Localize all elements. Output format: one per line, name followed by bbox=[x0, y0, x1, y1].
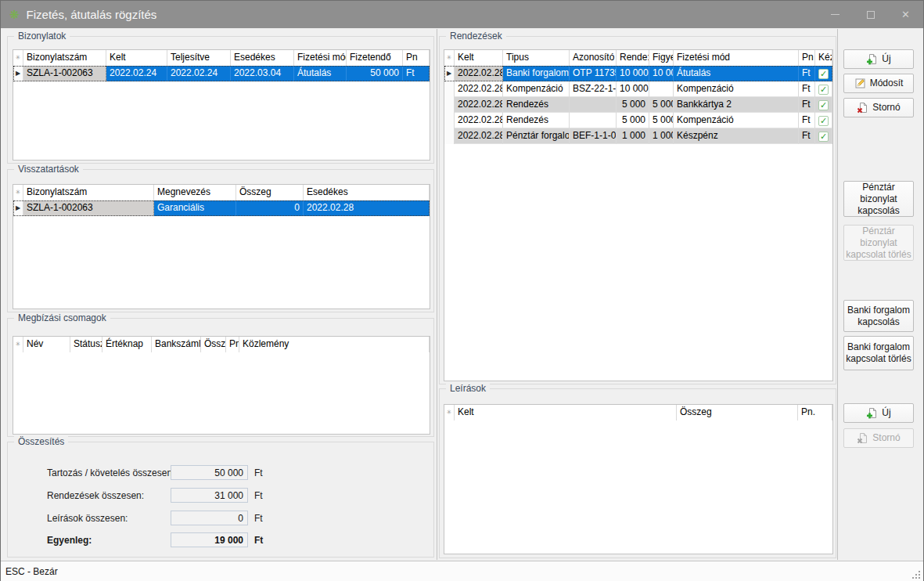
column-header-azonosito[interactable]: Azonosító bbox=[570, 50, 617, 66]
cell-kezi[interactable]: ✓ bbox=[815, 66, 832, 81]
penztar-bizonylat-kapcsolas-button[interactable]: Pénztár bizonylat kapcsolás bbox=[843, 181, 914, 217]
cell-bizonylatszam[interactable]: SZLA-1-002063 bbox=[23, 66, 106, 81]
bizonylatok-row[interactable]: ▶ SZLA-1-002063 2022.02.24 2022.02.24 20… bbox=[13, 66, 430, 81]
column-header-kozlemeny[interactable]: Közlemény bbox=[239, 337, 430, 352]
cell-pn[interactable]: Ft bbox=[799, 128, 815, 144]
leirasok-storno-button[interactable]: Stornó bbox=[843, 428, 914, 448]
row-selector-cell[interactable]: ▶ bbox=[13, 66, 23, 81]
field-rendezesek-osszesen[interactable]: 31 000 bbox=[171, 488, 248, 503]
rendezesek-row[interactable]: 2022.02.28 Pénztár forgalom BEF-1-1-00 1… bbox=[444, 128, 832, 144]
cell-figyelembe[interactable]: 5 000 bbox=[649, 97, 674, 113]
cell-azonosito[interactable]: BSZ-22-1-00 bbox=[570, 81, 617, 97]
rendezesek-table[interactable]: ✳ Kelt Tipus Azonosító Rende: Figye Fize… bbox=[444, 49, 833, 381]
cell-tipus[interactable]: Kompenzáció bbox=[503, 81, 570, 97]
cell-rendezett[interactable]: 5 000 bbox=[617, 97, 649, 113]
cell-pn[interactable]: Ft bbox=[799, 81, 815, 97]
modosit-button[interactable]: Módosít bbox=[843, 74, 914, 93]
row-selector-cell[interactable] bbox=[444, 81, 455, 97]
column-header-megnevezes[interactable]: Megnevezés bbox=[154, 185, 236, 200]
column-header-kelt[interactable]: Kelt bbox=[106, 50, 167, 66]
leirasok-table[interactable]: ✳ Kelt Összeg Pn. bbox=[444, 404, 833, 554]
minimize-button[interactable] bbox=[818, 1, 853, 28]
cell-figyelembe[interactable]: 10 000 bbox=[649, 66, 674, 81]
rendezesek-row[interactable]: 2022.02.28 Rendezés 5 000 5 000 Kompenzá… bbox=[444, 113, 832, 128]
field-tartozas-osszesen[interactable]: 50 000 bbox=[171, 465, 248, 480]
checkbox-checked-icon[interactable]: ✓ bbox=[818, 85, 829, 95]
column-header-esedekes[interactable]: Esedékes bbox=[231, 50, 294, 66]
cell-pn[interactable]: Ft bbox=[799, 66, 815, 81]
penztar-bizonylat-kapcsolat-torles-button[interactable]: Pénztár bizonylat kapcsolat törlés bbox=[843, 225, 914, 261]
row-selector-cell[interactable] bbox=[444, 113, 455, 128]
column-header-pn[interactable]: Pn. bbox=[798, 405, 832, 420]
rendezesek-row[interactable]: ▶ 2022.02.28 Banki forgalom OTP 117350 1… bbox=[444, 66, 832, 81]
cell-kezi[interactable]: ✓ bbox=[815, 81, 832, 97]
visszatartasok-table[interactable]: ✳ Bizonylatszám Megnevezés Összeg Esedék… bbox=[13, 184, 430, 309]
cell-bizonylatszam[interactable]: SZLA-1-002063 bbox=[23, 200, 154, 216]
cell-fizetesi-mod[interactable]: Átutalás bbox=[294, 66, 347, 81]
cell-kelt[interactable]: 2022.02.28 bbox=[455, 113, 503, 128]
cell-fizetesi-mod[interactable]: Készpénz bbox=[674, 128, 799, 144]
column-header-pn[interactable]: Pn bbox=[799, 50, 815, 66]
cell-rendezett[interactable]: 1 000 bbox=[617, 128, 649, 144]
cell-kelt[interactable]: 2022.02.28 bbox=[455, 97, 503, 113]
cell-kezi[interactable]: ✓ bbox=[815, 113, 832, 128]
cell-teljesitve[interactable]: 2022.02.24 bbox=[167, 66, 231, 81]
column-header-osszeg[interactable]: Összeg bbox=[236, 185, 304, 200]
column-header-erteknap[interactable]: Értéknap bbox=[102, 337, 152, 352]
cell-fizetesi-mod[interactable]: Kompenzáció bbox=[674, 113, 799, 128]
checkbox-checked-icon[interactable]: ✓ bbox=[818, 132, 829, 142]
column-header-fizetesi-mod[interactable]: Fizetési mód bbox=[294, 50, 347, 66]
column-header-kezi[interactable]: Kézi bbox=[815, 50, 832, 66]
column-header-figyelembe[interactable]: Figye bbox=[649, 50, 674, 66]
cell-kezi[interactable]: ✓ bbox=[815, 128, 832, 144]
cell-figyelembe[interactable]: 1 000 bbox=[649, 128, 674, 144]
row-selector-header[interactable]: ✳ bbox=[13, 337, 23, 352]
column-header-bizonylatszam[interactable]: Bizonylatszám bbox=[23, 50, 106, 66]
rendezesek-row[interactable]: 2022.02.28 Kompenzáció BSZ-22-1-00 10 00… bbox=[444, 81, 832, 97]
field-egyenleg[interactable]: 19 000 bbox=[171, 532, 248, 547]
banki-forgalom-kapcsolat-torles-button[interactable]: Banki forgalom kapcsolat törlés bbox=[843, 336, 914, 370]
cell-figyelembe[interactable]: 5 000 bbox=[649, 113, 674, 128]
column-header-bankszamla[interactable]: Bankszámla bbox=[152, 337, 201, 352]
cell-kelt[interactable]: 2022.02.24 bbox=[106, 66, 167, 81]
cell-tipus[interactable]: Rendezés bbox=[503, 113, 570, 128]
cell-fizetesi-mod[interactable]: Bankkártya 2 bbox=[674, 97, 799, 113]
checkbox-checked-icon[interactable]: ✓ bbox=[818, 116, 829, 126]
cell-pn[interactable]: Ft bbox=[403, 66, 430, 81]
row-selector-header[interactable]: ✳ bbox=[13, 185, 23, 200]
row-selector-cell[interactable] bbox=[444, 128, 455, 144]
cell-esedekes[interactable]: 2022.02.28 bbox=[304, 200, 430, 216]
field-leirasok-osszesen[interactable]: 0 bbox=[171, 511, 248, 525]
cell-kelt[interactable]: 2022.02.28 bbox=[455, 128, 503, 144]
row-selector-header[interactable]: ✳ bbox=[444, 50, 455, 66]
cell-pn[interactable]: Ft bbox=[799, 97, 815, 113]
row-selector-cell[interactable]: ▶ bbox=[444, 66, 455, 81]
row-selector-header[interactable]: ✳ bbox=[13, 50, 23, 66]
cell-osszeg[interactable]: 0 bbox=[236, 200, 304, 216]
cell-kezi[interactable]: ✓ bbox=[815, 97, 832, 113]
row-selector-cell[interactable]: ▶ bbox=[13, 200, 23, 216]
cell-azonosito[interactable]: OTP 117350 bbox=[570, 66, 617, 81]
banki-forgalom-kapcsolas-button[interactable]: Banki forgalom kapcsolás bbox=[843, 300, 914, 332]
storno-button[interactable]: Stornó bbox=[843, 98, 914, 117]
bizonylatok-table[interactable]: ✳ Bizonylatszám Kelt Teljesítve Esedékes… bbox=[13, 49, 430, 161]
checkbox-checked-icon[interactable]: ✓ bbox=[818, 69, 829, 79]
column-header-teljesitve[interactable]: Teljesítve bbox=[167, 50, 231, 66]
column-header-fizetendo[interactable]: Fizetendő bbox=[347, 50, 403, 66]
uj-button[interactable]: Új bbox=[843, 49, 914, 69]
cell-tipus[interactable]: Rendezés bbox=[503, 97, 570, 113]
column-header-bizonylatszam[interactable]: Bizonylatszám bbox=[23, 185, 154, 200]
resize-grip[interactable] bbox=[911, 570, 921, 579]
column-header-osszeg[interactable]: Összeg bbox=[201, 337, 226, 352]
cell-azonosito[interactable] bbox=[570, 97, 617, 113]
row-selector-cell[interactable] bbox=[444, 97, 455, 113]
leirasok-uj-button[interactable]: Új bbox=[843, 403, 914, 423]
cell-pn[interactable]: Ft bbox=[799, 113, 815, 128]
cell-fizetendo[interactable]: 50 000 bbox=[347, 66, 403, 81]
cell-tipus[interactable]: Banki forgalom bbox=[503, 66, 570, 81]
row-selector-header[interactable]: ✳ bbox=[444, 405, 455, 420]
megbizasi-table[interactable]: ✳ Név Státusz Értéknap Bankszámla Összeg… bbox=[13, 336, 430, 435]
cell-fizetesi-mod[interactable]: Kompenzáció bbox=[674, 81, 799, 97]
close-button[interactable]: ✕ bbox=[888, 1, 923, 28]
column-header-nev[interactable]: Név bbox=[23, 337, 70, 352]
